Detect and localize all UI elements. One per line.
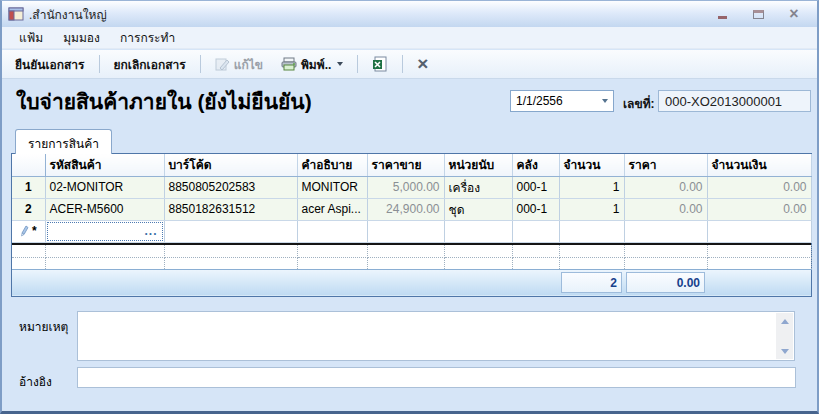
scroll-down-icon[interactable] [776, 343, 793, 359]
document-number-label: เลขที่: [623, 94, 655, 113]
empty-cell[interactable] [512, 220, 559, 242]
quantity-total: 2 [561, 272, 622, 293]
close-button[interactable] [787, 7, 801, 21]
titlebar[interactable]: .สำนักงานใหญ่ [2, 1, 817, 27]
edit-button[interactable]: แก้ไข [208, 52, 270, 77]
form-icon [8, 6, 24, 22]
cell-barcode[interactable]: 8850805202583 [164, 176, 297, 198]
new-row-marker: * [32, 224, 37, 238]
document-number-field[interactable]: 000-XO2013000001 [658, 90, 811, 112]
cell-sell-price[interactable]: 24,900.00 [367, 198, 444, 220]
grid-footer-row: 2 0.00 [12, 269, 811, 296]
footer-price-cell: 0.00 [624, 269, 707, 296]
pencil-icon [20, 225, 29, 237]
new-row-indicator: * [12, 220, 45, 242]
printer-icon [281, 57, 297, 71]
confirm-document-button[interactable]: ยืนยันเอกสาร [8, 52, 92, 77]
reference-label: อ้างอิง [19, 372, 52, 391]
empty-cell[interactable] [707, 220, 811, 242]
note-label: หมายเหตุ [19, 317, 68, 336]
cell-price[interactable]: 0.00 [624, 176, 707, 198]
cell-sell-price[interactable]: 5,000.00 [367, 176, 444, 198]
col-header-quantity[interactable]: จำนวน [559, 154, 624, 176]
cell-quantity[interactable]: 1 [559, 176, 624, 198]
row-number[interactable]: 2 [12, 198, 45, 220]
col-header-description[interactable]: คำอธิบาย [297, 154, 367, 176]
maximize-icon [753, 10, 764, 19]
print-dropdown-icon[interactable] [337, 62, 343, 66]
empty-cell[interactable] [367, 220, 444, 242]
scroll-up-icon[interactable] [776, 313, 793, 329]
page-title: ใบจ่ายสินค้าภายใน (ยังไม่ยืนยัน) [16, 85, 312, 118]
reference-input[interactable] [77, 367, 796, 388]
cell-unit[interactable]: ชุด [444, 198, 512, 220]
date-combobox[interactable]: 1/1/2556 [510, 90, 614, 112]
col-header-product-code[interactable]: รหัสสินค้า [45, 154, 164, 176]
print-button[interactable]: พิมพ์.. [274, 52, 350, 77]
cell-unit[interactable]: เครื่อง [444, 176, 512, 198]
edit-icon [215, 57, 230, 71]
row-number[interactable]: 1 [12, 176, 45, 198]
minimize-button[interactable] [715, 7, 729, 21]
cell-description[interactable]: acer Aspi... [297, 198, 367, 220]
cancel-document-button[interactable]: ยกเลิกเอกสาร [107, 52, 193, 77]
lookup-ellipsis-button[interactable]: ... [144, 227, 157, 235]
table-row: 1 02-MONITOR 8850805202583 MONITOR 5,000… [12, 176, 811, 198]
chevron-down-icon [602, 99, 608, 103]
col-header-warehouse[interactable]: คลัง [512, 154, 559, 176]
table-row: 2 ACER-M5600 8850182631512 acer Aspi... … [12, 198, 811, 220]
toolbar-separator [99, 55, 100, 73]
col-header-unit[interactable]: หน่วยนับ [444, 154, 512, 176]
cell-quantity[interactable]: 1 [559, 198, 624, 220]
date-dropdown-button[interactable] [597, 91, 613, 111]
new-item-row: * ... [12, 220, 811, 242]
cell-amount[interactable]: 0.00 [707, 198, 811, 220]
note-scrollbar[interactable] [776, 313, 793, 359]
toolbar-separator [357, 55, 358, 73]
empty-grid-row [12, 257, 811, 269]
items-grid: รหัสสินค้า บาร์โค้ด คำอธิบาย ราคาขาย หน่… [11, 153, 812, 297]
col-header-price[interactable]: ราคา [624, 154, 707, 176]
note-textarea[interactable] [78, 312, 776, 360]
price-total: 0.00 [626, 272, 705, 293]
menu-view[interactable]: มุมมอง [54, 25, 109, 50]
col-header-barcode[interactable]: บาร์โค้ด [164, 154, 297, 176]
empty-cell[interactable] [164, 220, 297, 242]
col-header-sell-price[interactable]: ราคาขาย [367, 154, 444, 176]
cell-amount[interactable]: 0.00 [707, 176, 811, 198]
minimize-icon [718, 16, 727, 19]
empty-cell[interactable] [624, 220, 707, 242]
date-value: 1/1/2556 [511, 94, 597, 108]
toolbar-separator [200, 55, 201, 73]
empty-cell[interactable] [297, 220, 367, 242]
menu-bar: แฟ้ม มุมมอง การกระทำ [2, 27, 817, 49]
export-excel-button[interactable] [365, 53, 395, 75]
toolbar-separator [402, 55, 403, 73]
footer-quantity-cell: 2 [559, 269, 624, 296]
tab-item-list[interactable]: รายการสินค้า [15, 129, 112, 154]
excel-icon [372, 56, 388, 72]
empty-cell[interactable] [559, 220, 624, 242]
cell-description[interactable]: MONITOR [297, 176, 367, 198]
cell-product-code[interactable]: 02-MONITOR [45, 176, 164, 198]
empty-cell[interactable] [444, 220, 512, 242]
empty-grid-row [12, 245, 811, 257]
app-window: .สำนักงานใหญ่ แฟ้ม มุมมอง การกระทำ ยืนยั… [0, 0, 819, 414]
new-row-edit-cell[interactable]: ... [45, 220, 164, 242]
menu-action[interactable]: การกระทำ [111, 25, 184, 50]
menu-file[interactable]: แฟ้ม [10, 25, 52, 50]
col-header-amount[interactable]: จำนวนเงิน [707, 154, 811, 176]
toolbar: ยืนยันเอกสาร ยกเลิกเอกสาร แก้ไข พิมพ์.. [2, 50, 817, 79]
cell-price[interactable]: 0.00 [624, 198, 707, 220]
row-indicator-header [12, 154, 45, 176]
cell-barcode[interactable]: 8850182631512 [164, 198, 297, 220]
window-title: .สำนักงานใหญ่ [29, 5, 107, 24]
cell-warehouse[interactable]: 000-1 [512, 198, 559, 220]
cell-product-code[interactable]: ACER-M5600 [45, 198, 164, 220]
maximize-button[interactable] [751, 7, 765, 21]
cell-warehouse[interactable]: 000-1 [512, 176, 559, 198]
delete-button[interactable] [410, 53, 435, 75]
grid-header-row: รหัสสินค้า บาร์โค้ด คำอธิบาย ราคาขาย หน่… [12, 154, 811, 176]
note-field-wrap [77, 311, 795, 361]
